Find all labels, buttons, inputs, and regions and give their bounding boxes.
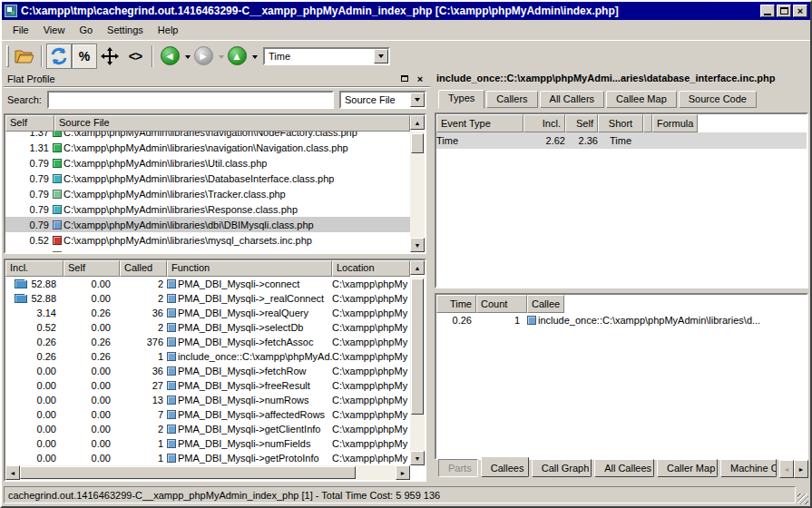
- source-file-row[interactable]: 0.79C:\xampp\phpMyAdmin\libraries\Util.c…: [5, 155, 410, 171]
- function-row[interactable]: 0.000.001PMA_DBI_Mysqli->numFieldsC:\xam…: [5, 436, 410, 451]
- tab-caller-map[interactable]: Caller Map: [657, 459, 718, 477]
- event-type-combo-button[interactable]: [374, 49, 388, 64]
- source-file-path: C:\xampp\phpMyAdmin\libraries\DatabaseIn…: [64, 173, 334, 184]
- search-input[interactable]: [47, 91, 334, 109]
- source-file-row[interactable]: 1.31C:\xampp\phpMyAdmin\libraries\naviga…: [5, 140, 410, 155]
- source-file-row[interactable]: 0.79C:\xampp\phpMyAdmin\libraries\Tracke…: [5, 186, 410, 201]
- column-header-self[interactable]: Self: [64, 260, 120, 277]
- function-name-cell: PMA_DBI_Mysqli->numFields: [167, 438, 332, 449]
- menu-item-file[interactable]: File: [5, 22, 36, 38]
- source-file-row[interactable]: 0.79C:\xampp\phpMyAdmin\libraries\dbi\DB…: [5, 217, 410, 232]
- scroll-up-button[interactable]: ▲: [410, 115, 425, 130]
- title-bar[interactable]: C:\xampp\tmp\cachegrind.out.1416463299-C…: [2, 2, 810, 20]
- function-row[interactable]: 0.000.007PMA_DBI_Mysqli->affectedRowsC:\…: [5, 407, 410, 422]
- source-file-row[interactable]: 0.79C:\xampp\phpMyAdmin\libraries\Respon…: [5, 201, 410, 217]
- event-type-combo[interactable]: Time: [263, 47, 390, 65]
- tab-callee-map[interactable]: Callee Map: [606, 91, 677, 108]
- function-row[interactable]: 0.260.261include_once::C:\xampp\phpMyAd.…: [5, 349, 410, 364]
- flat-profile-titlebar[interactable]: Flat Profile ×: [4, 71, 430, 87]
- tab-scroll-left-button[interactable]: ◄: [779, 460, 794, 478]
- cycle-detection-button[interactable]: [46, 44, 72, 69]
- column-header-source-file[interactable]: Source File: [54, 115, 410, 132]
- relative-percent-button[interactable]: %: [72, 44, 97, 69]
- menu-item-help[interactable]: Help: [151, 22, 186, 38]
- function-row[interactable]: 0.000.0013PMA_DBI_Mysqli->numRowsC:\xamp…: [5, 393, 410, 407]
- function-row[interactable]: 0.000.0036PMA_DBI_Mysqli->fetchRowC:\xam…: [5, 364, 410, 378]
- relative-to-parent-button[interactable]: [97, 44, 122, 69]
- function-icon: [167, 425, 176, 434]
- scroll-down-button[interactable]: ▼: [410, 238, 425, 252]
- callee-row[interactable]: 0.261include_once::C:\xampp\phpMyAdmin\l…: [436, 313, 807, 327]
- event-type-row[interactable]: Time2.622.36Time: [436, 132, 807, 149]
- source-file-row[interactable]: 0.79C:\xampp\phpMyAdmin\libraries\Databa…: [5, 171, 410, 186]
- menu-item-go[interactable]: Go: [72, 22, 100, 38]
- grouping-combo-button[interactable]: [410, 93, 425, 107]
- vertical-scrollbar[interactable]: ▼: [410, 277, 425, 465]
- maximize-button[interactable]: [777, 5, 791, 17]
- column-header-incl[interactable]: Incl.: [5, 260, 64, 277]
- tab-callers[interactable]: Callers: [486, 91, 537, 108]
- horizontal-scrollbar[interactable]: ◄ ►: [5, 465, 410, 480]
- scroll-down-button[interactable]: ▼: [410, 451, 425, 465]
- function-row[interactable]: 52.880.002PMA_DBI_Mysqli->_realConnectC:…: [5, 291, 410, 306]
- resize-grip[interactable]: [797, 493, 808, 504]
- function-row[interactable]: 0.520.002PMA_DBI_Mysqli->selectDbC:\xamp…: [5, 320, 410, 335]
- source-file-list: Self Source File ▲ 1.37C:\xampp\phpMyAdm…: [4, 113, 426, 254]
- toolbar-handle[interactable]: [6, 45, 9, 67]
- function-row[interactable]: 0.000.002PMA_DBI_Mysqli->getClientInfoC:…: [5, 422, 410, 436]
- source-file-row[interactable]: 1.37C:\xampp\phpMyAdmin\libraries\naviga…: [5, 132, 410, 140]
- function-name-cell: PMA_DBI_Mysqli->numRows: [167, 395, 332, 405]
- column-header-incl[interactable]: Incl.: [523, 114, 565, 132]
- shorten-templates-button[interactable]: <>: [122, 44, 148, 69]
- function-row[interactable]: 52.880.002PMA_DBI_Mysqli->connectC:\xamp…: [5, 277, 410, 291]
- scrollbar-thumb[interactable]: [411, 278, 424, 415]
- up-button[interactable]: ▲: [224, 44, 249, 69]
- tab-source-code[interactable]: Source Code: [679, 91, 757, 108]
- open-file-button[interactable]: [12, 44, 37, 69]
- scroll-left-button[interactable]: ◄: [5, 465, 20, 480]
- scrollbar-thumb[interactable]: [411, 133, 424, 153]
- source-file-row[interactable]: 0.52C:\xampp\phpMyAdmin\libraries\user_p…: [5, 248, 410, 252]
- column-header-callee[interactable]: Callee: [527, 295, 564, 313]
- column-header-function[interactable]: Function: [167, 260, 332, 277]
- source-file-row[interactable]: 0.52C:\xampp\phpMyAdmin\libraries\mysql_…: [5, 232, 410, 248]
- function-row[interactable]: 0.000.0027PMA_DBI_Mysqli->freeResultC:\x…: [5, 378, 410, 393]
- up-dropdown[interactable]: [252, 55, 258, 62]
- menu-item-view[interactable]: View: [36, 22, 73, 38]
- function-row[interactable]: 3.140.2636PMA_DBI_Mysqli->realQueryC:\xa…: [5, 306, 410, 320]
- tab-scroll-right-button[interactable]: ►: [794, 460, 808, 478]
- scroll-right-button[interactable]: ►: [396, 465, 410, 480]
- detail-tabs: TypesCallersAll CallersCallee MapSource …: [435, 87, 808, 107]
- column-header-formula[interactable]: Formula: [652, 114, 698, 132]
- tab-call-graph[interactable]: Call Graph: [532, 459, 592, 477]
- close-button[interactable]: ×: [793, 5, 807, 17]
- scrollbar-thumb[interactable]: [20, 466, 356, 479]
- tab-callees[interactable]: Callees: [481, 457, 529, 477]
- tab-machine-c[interactable]: Machine C: [720, 459, 777, 477]
- column-header-time[interactable]: Time: [436, 295, 476, 313]
- back-button[interactable]: ◄: [157, 44, 182, 69]
- tab-all-callers[interactable]: All Callers: [540, 91, 605, 108]
- column-header-count[interactable]: Count: [476, 295, 527, 313]
- tab-types[interactable]: Types: [438, 90, 484, 109]
- incl-cost-cell: 0.52: [5, 322, 64, 333]
- column-header-called[interactable]: Called: [120, 260, 167, 277]
- dock-float-button[interactable]: [398, 73, 411, 84]
- callees-table-body: 0.261include_once::C:\xampp\phpMyAdmin\l…: [436, 313, 807, 327]
- function-row[interactable]: 0.000.001PMA_DBI_Mysqli->getProtoInfoC:\…: [5, 451, 410, 465]
- column-header-self[interactable]: Self: [5, 115, 54, 132]
- minimize-button[interactable]: [760, 5, 775, 17]
- grouping-combo[interactable]: Source File: [339, 91, 426, 109]
- menu-item-settings[interactable]: Settings: [100, 22, 151, 38]
- tab-all-callees[interactable]: All Callees: [594, 459, 654, 477]
- vertical-scrollbar[interactable]: ▼: [410, 132, 425, 252]
- column-header-location[interactable]: Location: [332, 260, 410, 277]
- column-header-short[interactable]: Short: [598, 114, 643, 132]
- dock-close-button[interactable]: ×: [414, 73, 426, 84]
- forward-button[interactable]: ►: [191, 44, 216, 69]
- column-header-spacer[interactable]: [643, 114, 652, 132]
- column-header-event-type[interactable]: Event Type: [436, 114, 523, 132]
- scroll-up-button[interactable]: ▲: [410, 260, 425, 275]
- function-row[interactable]: 0.260.26376PMA_DBI_Mysqli->fetchAssocC:\…: [5, 335, 410, 349]
- column-header-self[interactable]: Self: [565, 114, 598, 132]
